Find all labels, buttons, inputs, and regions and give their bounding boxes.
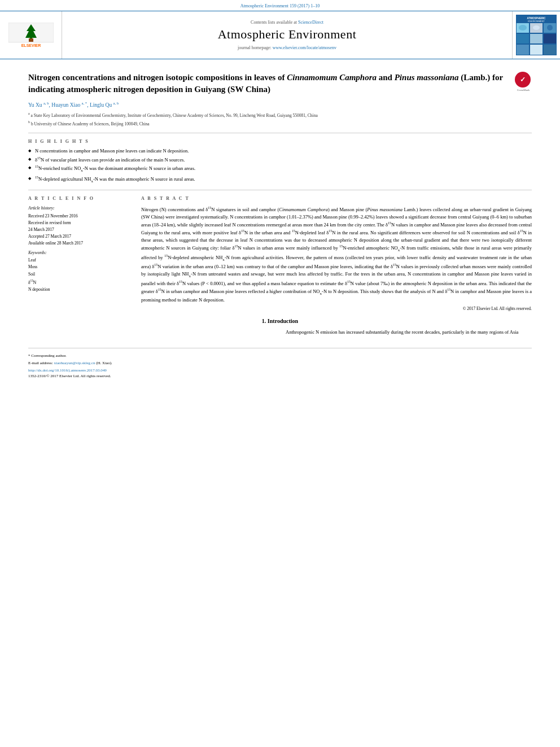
copyright-line: © 2017 Elsevier Ltd. All rights reserved…	[141, 306, 532, 311]
received-date: Received 23 November 2016	[28, 213, 130, 220]
journal-thumbnail: ATMOSPHERIC ENVIRONMENT	[516, 15, 557, 55]
issn-line: 1352-2310/© 2017 Elsevier Ltd. All right…	[28, 374, 532, 378]
svg-rect-15	[530, 45, 542, 55]
svg-text:ENVIRONMENT: ENVIRONMENT	[528, 20, 545, 23]
svg-point-19	[547, 25, 553, 30]
svg-rect-13	[544, 34, 556, 43]
author-2: Huayun Xiao a, *	[51, 102, 87, 108]
sciencedirect-link[interactable]: ScienceDirect	[298, 20, 323, 25]
highlight-item-4: 15N-depleted agricultural NHx-N was the …	[28, 175, 532, 184]
article-info-header: A R T I C L E I N F O	[28, 196, 130, 201]
email-link[interactable]: xiaohuayun@vip.skleg.cn	[54, 361, 97, 365]
journal-title: Atmospheric Environment	[218, 27, 357, 42]
article-info-abstract: A R T I C L E I N F O Article history: R…	[28, 196, 532, 312]
article-title: Nitrogen concentrations and nitrogen iso…	[28, 72, 515, 95]
authors-line: Yu Xu a, b, Huayun Xiao a, *, Linglu Qu …	[28, 101, 532, 108]
thumbnail-image-icon: ATMOSPHERIC ENVIRONMENT	[516, 15, 557, 55]
intro-text-right: Anthropogenic N emission has increased s…	[286, 329, 532, 336]
contents-line: Contents lists available at ScienceDirec…	[251, 20, 323, 25]
abstract-header: A B S T R A C T	[141, 196, 532, 201]
divider-2	[28, 190, 532, 190]
abstract-column: A B S T R A C T Nitrogen (N) concentrati…	[141, 196, 532, 312]
svg-rect-14	[517, 45, 529, 55]
intro-section-title: 1. Introduction	[28, 318, 532, 324]
crossmark-label: CrossMark	[515, 89, 532, 91]
svg-rect-11	[517, 34, 529, 43]
journal-ref-text: Atmospheric Environment 159 (2017) 1–10	[240, 3, 320, 8]
history-label: Article history:	[28, 206, 130, 211]
doi-link[interactable]: http://dx.doi.org/10.1016/j.atmosenv.201…	[28, 368, 107, 373]
svg-rect-2	[29, 38, 33, 42]
keyword-leaf: Leaf	[28, 257, 130, 264]
highlight-item-1: N concentrations in camphor and Masson p…	[28, 147, 532, 155]
journal-thumbnail-area: ATMOSPHERIC ENVIRONMENT	[512, 11, 560, 59]
crossmark-badge[interactable]: ✓ CrossMark	[515, 72, 532, 91]
keywords-label: Keywords:	[28, 250, 130, 255]
highlights-section: H I G H L I G H T S N concentrations in …	[28, 139, 532, 184]
keyword-delta15n: δ15N	[28, 278, 130, 286]
highlights-header: H I G H L I G H T S	[28, 139, 532, 144]
keyword-n-deposition: N deposition	[28, 286, 130, 294]
species-name-2: Pinus massoniana	[395, 73, 459, 82]
svg-text:ELSEVIER: ELSEVIER	[21, 43, 41, 47]
highlight-item-2: δ15N of vascular plant leaves can provid…	[28, 156, 532, 164]
author-1: Yu Xu a, b	[28, 102, 49, 108]
keyword-soil: Soil	[28, 271, 130, 278]
received-revised: Received in revised form24 March 2017	[28, 220, 130, 233]
affiliation-b: b b University of Chinese Academy of Sci…	[28, 120, 532, 127]
affiliation-a: a a State Key Laboratory of Environmenta…	[28, 111, 532, 119]
highlight-item-3: 15N-enriched traffic NOx-N was the domin…	[28, 164, 532, 173]
contents-prefix: Contents lists available at	[251, 20, 297, 25]
journal-title-area: Contents lists available at ScienceDirec…	[62, 11, 512, 59]
journal-reference: Atmospheric Environment 159 (2017) 1–10	[0, 0, 560, 11]
corresponding-author-note: * Corresponding author.	[28, 353, 532, 359]
intro-text-left	[28, 329, 274, 336]
article-title-section: Nitrogen concentrations and nitrogen iso…	[28, 67, 532, 95]
abstract-text: Nitrogen (N) concentrations and δ15N sig…	[141, 206, 532, 304]
doi-line: http://dx.doi.org/10.1016/j.atmosenv.201…	[28, 368, 532, 373]
journal-homepage-link[interactable]: www.elsevier.com/locate/atmosenv	[273, 45, 336, 50]
svg-point-17	[519, 25, 527, 30]
article-info-column: A R T I C L E I N F O Article history: R…	[28, 196, 130, 312]
crossmark-icon: ✓	[515, 72, 531, 88]
accepted-date: Accepted 27 March 2017	[28, 233, 130, 240]
main-content: Nitrogen concentrations and nitrogen iso…	[0, 59, 560, 384]
author-3: Linglu Qu a, b	[90, 102, 119, 108]
journal-header: ELSEVIER Contents lists available at Sci…	[0, 11, 560, 59]
publisher-logo-area: ELSEVIER	[0, 11, 62, 59]
svg-rect-12	[530, 34, 542, 43]
intro-text-columns: Anthropogenic N emission has increased s…	[28, 329, 532, 336]
introduction-section: 1. Introduction Anthropogenic N emission…	[28, 318, 532, 336]
elsevier-logo-icon: ELSEVIER	[8, 23, 54, 48]
homepage-line: journal homepage: www.elsevier.com/locat…	[238, 45, 336, 50]
divider-1	[28, 133, 532, 133]
species-name-1: Cinnamomum Camphora	[287, 73, 377, 82]
svg-rect-16	[544, 45, 556, 55]
homepage-prefix: journal homepage:	[238, 45, 272, 50]
email-line: E-mail address: xiaohuayun@vip.skleg.cn …	[28, 360, 532, 366]
keyword-moss: Moss	[28, 264, 130, 271]
the-word: the	[405, 329, 410, 335]
svg-point-18	[533, 25, 540, 30]
available-date: Available online 28 March 2017	[28, 240, 130, 247]
page: Atmospheric Environment 159 (2017) 1–10 …	[0, 0, 560, 747]
intro-paragraph: Anthropogenic N emission has increased s…	[286, 329, 532, 336]
footer-section: * Corresponding author. E-mail address: …	[28, 348, 532, 378]
